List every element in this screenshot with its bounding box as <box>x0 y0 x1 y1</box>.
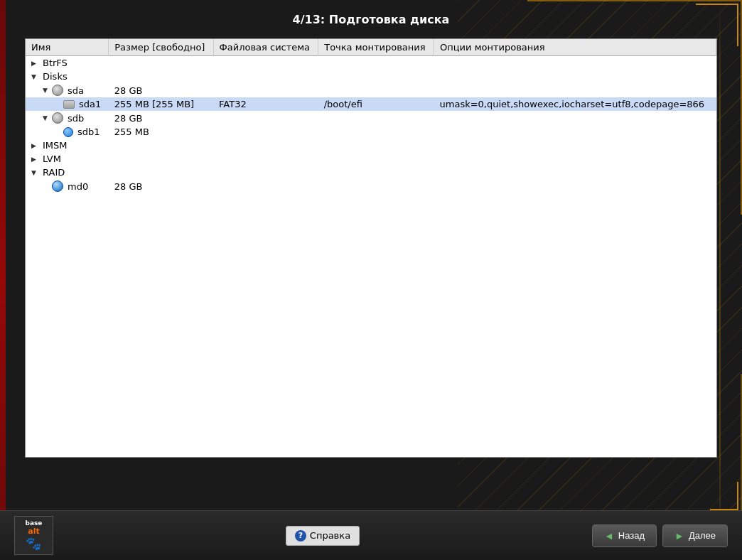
cell-mountpoint <box>318 139 434 152</box>
cell-mount-options <box>434 139 716 152</box>
help-label: Справка <box>310 530 350 541</box>
col-mountpoint: Точка монтирования <box>318 39 434 56</box>
cell-filesystem <box>213 83 318 97</box>
page-title: 4/13: Подготовка диска <box>0 0 742 35</box>
logo-text-alt: alt <box>28 527 39 536</box>
cell-name: ▶IMSM <box>26 139 109 152</box>
cell-size: 255 MB <box>109 125 213 139</box>
cell-name: ▼Disks <box>26 70 109 83</box>
cell-mountpoint <box>318 179 434 193</box>
cell-size <box>109 152 213 166</box>
cell-mount-options <box>434 70 716 83</box>
cell-filesystem <box>213 125 318 139</box>
cell-mountpoint <box>318 152 434 166</box>
main-content: Имя Размер [свободно] Файловая система Т… <box>25 38 717 506</box>
back-arrow-icon: ◄ <box>604 530 614 542</box>
cell-name: ▼sda <box>26 83 109 97</box>
cell-filesystem <box>213 166 318 179</box>
table-row[interactable]: ▶BtrFS <box>26 56 716 70</box>
cell-mount-options <box>434 166 716 179</box>
cell-size: 255 MB [255 MB] <box>109 97 213 111</box>
cell-name: ▼sdb <box>26 111 109 125</box>
logo-box: base alt 🐾 <box>14 516 53 555</box>
cell-name: sdb1 <box>26 125 109 139</box>
cell-mountpoint <box>318 125 434 139</box>
cell-size <box>109 166 213 179</box>
table-row[interactable]: md028 GB <box>26 179 716 193</box>
next-label: Далее <box>689 530 716 541</box>
cell-filesystem <box>213 56 318 70</box>
cell-mount-options: umask=0,quiet,showexec,iocharset=utf8,co… <box>434 97 716 111</box>
next-arrow-icon: ► <box>674 530 684 542</box>
table-row[interactable]: ▶IMSM <box>26 139 716 152</box>
table-row[interactable]: ▼sdb28 GB <box>26 111 716 125</box>
col-name: Имя <box>26 39 109 56</box>
cell-name: ▶BtrFS <box>26 56 109 70</box>
cell-filesystem <box>213 70 318 83</box>
table-header-row: Имя Размер [свободно] Файловая система Т… <box>26 39 716 56</box>
cell-filesystem <box>213 111 318 125</box>
cell-mount-options <box>434 179 716 193</box>
col-mount-options: Опции монтирования <box>434 39 716 56</box>
nav-buttons: ◄ Назад ► Далее <box>592 524 728 547</box>
cell-size <box>109 139 213 152</box>
bottom-bar: base alt 🐾 ? Справка ◄ Назад ► Далее <box>0 510 742 560</box>
cell-name: md0 <box>26 179 109 193</box>
cell-name: ▼RAID <box>26 166 109 179</box>
table-row[interactable]: sdb1255 MB <box>26 125 716 139</box>
cell-filesystem <box>213 179 318 193</box>
cell-mountpoint <box>318 83 434 97</box>
col-filesystem: Файловая система <box>213 39 318 56</box>
table-row[interactable]: ▼sda28 GB <box>26 83 716 97</box>
cell-filesystem <box>213 152 318 166</box>
col-size: Размер [свободно] <box>109 39 213 56</box>
back-button[interactable]: ◄ Назад <box>592 524 657 547</box>
logo-area: base alt 🐾 <box>14 516 53 555</box>
cell-mount-options <box>434 125 716 139</box>
cell-mountpoint <box>318 70 434 83</box>
back-label: Назад <box>618 530 645 541</box>
help-button[interactable]: ? Справка <box>286 526 360 546</box>
cell-name: sda1 <box>26 97 109 111</box>
disk-table-container[interactable]: Имя Размер [свободно] Файловая система Т… <box>25 38 717 458</box>
cell-size: 28 GB <box>109 83 213 97</box>
logo-animal-icon: 🐾 <box>26 536 41 551</box>
table-row[interactable]: ▼RAID <box>26 166 716 179</box>
cell-size <box>109 70 213 83</box>
cell-filesystem <box>213 139 318 152</box>
cell-mountpoint <box>318 166 434 179</box>
cell-mountpoint <box>318 111 434 125</box>
cell-mount-options <box>434 56 716 70</box>
cell-size: 28 GB <box>109 111 213 125</box>
cell-mount-options <box>434 152 716 166</box>
cell-mountpoint <box>318 56 434 70</box>
logo-text-base: base <box>26 520 43 527</box>
next-button[interactable]: ► Далее <box>662 524 728 547</box>
cell-mount-options <box>434 111 716 125</box>
table-row[interactable]: ▶LVM <box>26 152 716 166</box>
help-icon: ? <box>295 530 306 542</box>
table-row[interactable]: ▼Disks <box>26 70 716 83</box>
cell-mount-options <box>434 83 716 97</box>
cell-filesystem: FAT32 <box>213 97 318 111</box>
cell-size: 28 GB <box>109 179 213 193</box>
table-row[interactable]: sda1255 MB [255 MB]FAT32/boot/efiumask=0… <box>26 97 716 111</box>
cell-mountpoint: /boot/efi <box>318 97 434 111</box>
cell-size <box>109 56 213 70</box>
disk-table: Имя Размер [свободно] Файловая система Т… <box>26 39 716 193</box>
cell-name: ▶LVM <box>26 152 109 166</box>
